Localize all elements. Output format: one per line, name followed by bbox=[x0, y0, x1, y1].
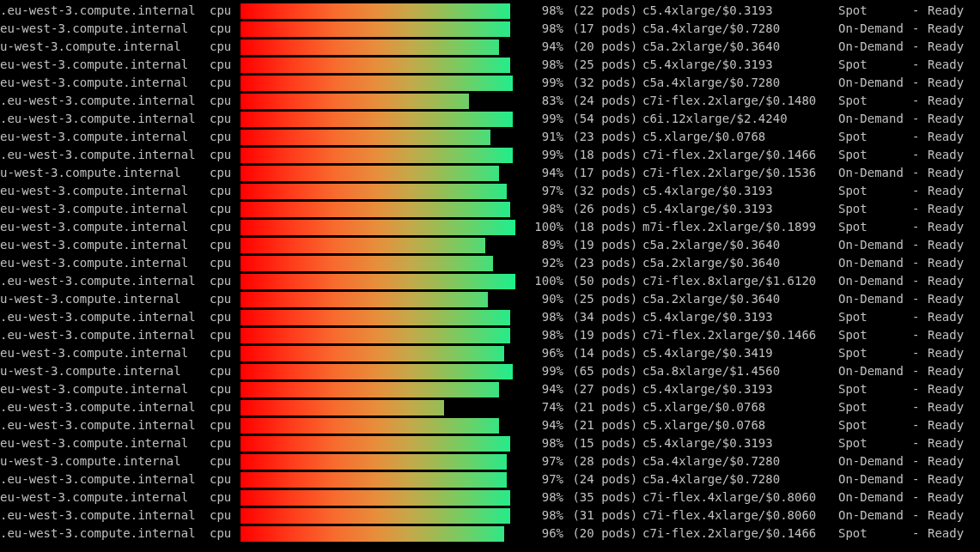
pod-count: (25 pods) bbox=[563, 290, 642, 308]
lifecycle-label: On-Demand bbox=[838, 452, 912, 470]
cpu-bar-fill bbox=[240, 400, 444, 416]
node-status: Ready bbox=[928, 146, 964, 164]
cpu-bar-fill bbox=[240, 220, 515, 235]
node-row[interactable]: .eu-west-3.compute.internalcpu97% (24 po… bbox=[0, 470, 980, 488]
cpu-bar-fill bbox=[240, 490, 510, 506]
node-row[interactable]: .eu-west-3.compute.internalcpu99% (54 po… bbox=[0, 110, 980, 128]
node-status: Ready bbox=[928, 290, 964, 308]
pod-count: (25 pods) bbox=[563, 56, 642, 74]
cpu-bar bbox=[240, 328, 515, 343]
metric-label: cpu bbox=[210, 452, 240, 470]
node-row[interactable]: eu-west-3.compute.internalcpu100% (18 po… bbox=[0, 218, 980, 236]
lifecycle-label: Spot bbox=[838, 182, 912, 200]
node-row[interactable]: eu-west-3.compute.internalcpu97% (32 pod… bbox=[0, 182, 980, 200]
instance-type: c5.4xlarge/$0.3193 bbox=[642, 434, 838, 452]
cpu-bar-fill bbox=[240, 436, 510, 452]
node-status: Ready bbox=[928, 434, 964, 452]
node-row[interactable]: eu-west-3.compute.internalcpu99% (32 pod… bbox=[0, 74, 980, 92]
node-row[interactable]: .eu-west-3.compute.internalcpu94% (21 po… bbox=[0, 416, 980, 434]
node-row[interactable]: .eu-west-3.compute.internalcpu74% (21 po… bbox=[0, 398, 980, 416]
cpu-bar bbox=[240, 58, 515, 73]
separator-dash: - bbox=[912, 416, 928, 434]
cpu-percent: 98% bbox=[519, 2, 563, 20]
cpu-bar bbox=[240, 436, 515, 452]
separator-dash: - bbox=[912, 128, 928, 146]
node-status: Ready bbox=[928, 525, 964, 543]
node-row[interactable]: eu-west-3.compute.internalcpu98% (17 pod… bbox=[0, 20, 980, 38]
node-row[interactable]: eu-west-3.compute.internalcpu98% (25 pod… bbox=[0, 56, 980, 74]
cpu-bar-fill bbox=[240, 274, 515, 289]
node-row[interactable]: .eu-west-3.compute.internalcpu100% (50 p… bbox=[0, 272, 980, 290]
cpu-bar-fill bbox=[240, 21, 510, 37]
separator-dash: - bbox=[912, 164, 928, 182]
separator-dash: - bbox=[912, 218, 928, 236]
node-row[interactable]: eu-west-3.compute.internalcpu89% (19 pod… bbox=[0, 236, 980, 254]
separator-dash: - bbox=[912, 488, 928, 507]
node-row[interactable]: .eu-west-3.compute.internalcpu98% (31 po… bbox=[0, 507, 980, 525]
node-status: Ready bbox=[928, 110, 964, 128]
metric-label: cpu bbox=[210, 56, 240, 74]
node-row[interactable]: eu-west-3.compute.internalcpu96% (14 pod… bbox=[0, 344, 980, 362]
node-row[interactable]: eu-west-3.compute.internalcpu92% (23 pod… bbox=[0, 254, 980, 272]
instance-type: c5.4xlarge/$0.3193 bbox=[642, 2, 838, 20]
cpu-percent: 74% bbox=[519, 398, 563, 416]
pod-count: (20 pods) bbox=[563, 38, 642, 56]
cpu-bar bbox=[240, 256, 515, 271]
cpu-percent: 98% bbox=[519, 20, 563, 38]
separator-dash: - bbox=[912, 74, 928, 92]
node-row[interactable]: u-west-3.compute.internalcpu90% (25 pods… bbox=[0, 290, 980, 308]
node-row[interactable]: .eu-west-3.compute.internalcpu98% (34 po… bbox=[0, 308, 980, 326]
pod-count: (23 pods) bbox=[563, 128, 642, 146]
cpu-percent: 97% bbox=[519, 182, 563, 200]
host-label: eu-west-3.compute.internal bbox=[0, 74, 210, 92]
cpu-bar bbox=[240, 490, 515, 506]
pod-count: (21 pods) bbox=[563, 398, 642, 416]
node-status: Ready bbox=[928, 164, 964, 182]
cpu-percent: 94% bbox=[519, 164, 563, 182]
lifecycle-label: On-Demand bbox=[838, 20, 912, 38]
pod-count: (17 pods) bbox=[563, 164, 642, 182]
instance-type: c5a.2xlarge/$0.3640 bbox=[642, 254, 838, 272]
node-row[interactable]: u-west-3.compute.internalcpu97% (28 pods… bbox=[0, 452, 980, 470]
node-row[interactable]: eu-west-3.compute.internalcpu91% (23 pod… bbox=[0, 128, 980, 146]
lifecycle-label: Spot bbox=[838, 128, 912, 146]
node-row[interactable]: .eu-west-3.compute.internalcpu99% (18 po… bbox=[0, 146, 980, 164]
metric-label: cpu bbox=[210, 488, 240, 507]
pod-count: (24 pods) bbox=[563, 92, 642, 110]
node-row[interactable]: .eu-west-3.compute.internalcpu83% (24 po… bbox=[0, 92, 980, 110]
node-row[interactable]: eu-west-3.compute.internalcpu98% (15 pod… bbox=[0, 434, 980, 452]
instance-type: c5.4xlarge/$0.3193 bbox=[642, 380, 838, 398]
node-row[interactable]: eu-west-3.compute.internalcpu98% (35 pod… bbox=[0, 488, 980, 507]
lifecycle-label: Spot bbox=[838, 308, 912, 326]
instance-type: c5a.4xlarge/$0.7280 bbox=[642, 74, 838, 92]
node-row[interactable]: eu-west-3.compute.internalcpu94% (27 pod… bbox=[0, 380, 980, 398]
node-row[interactable]: .eu-west-3.compute.internalcpu96% (20 po… bbox=[0, 525, 980, 543]
cpu-bar bbox=[240, 418, 515, 434]
node-row[interactable]: u-west-3.compute.internalcpu94% (20 pods… bbox=[0, 38, 980, 56]
node-row[interactable]: .eu-west-3.compute.internalcpu98% (19 po… bbox=[0, 326, 980, 344]
lifecycle-label: Spot bbox=[838, 146, 912, 164]
cpu-percent: 99% bbox=[519, 74, 563, 92]
pod-count: (22 pods) bbox=[563, 2, 642, 20]
separator-dash: - bbox=[912, 362, 928, 380]
node-status: Ready bbox=[928, 218, 964, 236]
cpu-percent: 94% bbox=[519, 38, 563, 56]
cpu-bar-fill bbox=[240, 76, 513, 91]
metric-label: cpu bbox=[210, 326, 240, 344]
node-row[interactable]: .eu-west-3.compute.internalcpu98% (22 po… bbox=[0, 2, 980, 20]
host-label: u-west-3.compute.internal bbox=[0, 362, 210, 380]
node-row[interactable]: u-west-3.compute.internalcpu94% (17 pods… bbox=[0, 164, 980, 182]
pod-count: (26 pods) bbox=[563, 200, 642, 218]
metric-label: cpu bbox=[210, 344, 240, 362]
host-label: u-west-3.compute.internal bbox=[0, 164, 210, 182]
instance-type: c7i-flex.4xlarge/$0.8060 bbox=[642, 507, 838, 525]
instance-type: m7i-flex.2xlarge/$0.1899 bbox=[642, 218, 838, 236]
node-row[interactable]: eu-west-3.compute.internalcpu98% (26 pod… bbox=[0, 200, 980, 218]
pod-count: (24 pods) bbox=[563, 470, 642, 488]
cpu-percent: 83% bbox=[519, 92, 563, 110]
node-row[interactable]: u-west-3.compute.internalcpu99% (65 pods… bbox=[0, 362, 980, 380]
lifecycle-label: On-Demand bbox=[838, 236, 912, 254]
node-status: Ready bbox=[928, 254, 964, 272]
lifecycle-label: Spot bbox=[838, 56, 912, 74]
cpu-bar-fill bbox=[240, 292, 488, 307]
